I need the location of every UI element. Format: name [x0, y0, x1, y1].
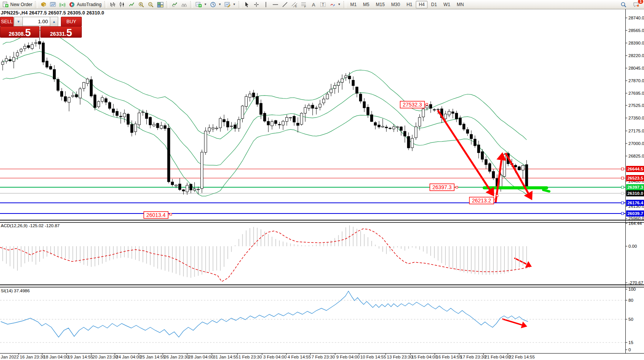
vertical-line-tool-button[interactable] — [261, 1, 271, 8]
zoom-in-icon — [138, 2, 145, 8]
text-label-tool-button[interactable]: T — [318, 1, 328, 8]
new-order-button-label: New Order — [10, 2, 32, 7]
price-tick-label: 25960.0 — [628, 216, 644, 221]
fibonacci-retracement-button[interactable]: F — [299, 1, 309, 8]
templates-button[interactable]: ▼ — [223, 1, 237, 8]
svg-text:26013.4: 26013.4 — [146, 212, 166, 218]
time-axis-label[interactable]: 15 Feb 04:00 — [412, 355, 437, 359]
time-axis-label[interactable]: 20 Jan 23:30 — [92, 355, 118, 359]
time-axis-label[interactable]: 13 Feb 23:30 — [387, 355, 413, 359]
sell-button[interactable]: SELL — [0, 17, 14, 27]
time-axis-label[interactable]: 16 Jan 23:30 — [20, 355, 45, 359]
rsi-trend-arrow[interactable] — [502, 319, 527, 328]
macd-indicator-label: ACD(12,26,9) -125.02 -120.87 — [1, 223, 60, 228]
volume-decrease-button[interactable]: ▼ — [14, 17, 23, 27]
time-axis-label[interactable]: 19 Jan 14:55 — [68, 355, 93, 359]
price-tick-label: 27695.0 — [628, 91, 644, 96]
indicators-button[interactable] — [170, 1, 180, 8]
zoom-out-button[interactable] — [146, 1, 156, 8]
periods-button[interactable]: ▼ — [208, 1, 223, 8]
sell-price[interactable]: 26308.5 — [0, 26, 40, 38]
equidistant-channel-tool-button[interactable]: E — [290, 1, 299, 8]
timeframe-m30-button[interactable]: M30 — [388, 1, 403, 8]
bar-chart-type-button[interactable] — [108, 1, 118, 8]
time-axis-label[interactable]: 16 Feb 14:55 — [436, 355, 462, 359]
signals-button[interactable] — [58, 1, 67, 8]
time-axis-label[interactable]: 10 Feb 14:55 — [360, 355, 386, 359]
arrows-tool-button[interactable]: ▼ — [328, 1, 342, 8]
svg-text:26213.2: 26213.2 — [472, 198, 491, 204]
time-axis-label[interactable]: 9 Feb 04:00 — [336, 355, 359, 359]
volume-input[interactable] — [22, 17, 50, 26]
macd-axis-label: 0.00 — [628, 244, 637, 248]
channel-icon: E — [291, 2, 298, 8]
timeframe-group: M1M5M15M30H1H4D1W1MN — [347, 1, 467, 8]
time-axis-label[interactable]: 4 Feb 14:55 — [288, 355, 311, 359]
time-axis-label[interactable]: 21 Feb 04:00 — [485, 355, 510, 359]
buy-price[interactable]: 26331.5 — [40, 26, 82, 38]
charts-window-button[interactable] — [48, 1, 58, 8]
timeframe-m1-button[interactable]: M1 — [347, 1, 360, 8]
timeframe-m5-button[interactable]: M5 — [360, 1, 372, 8]
cursor-tool-button[interactable] — [242, 1, 252, 8]
time-axis-label[interactable]: 7 Feb 23:30 — [312, 355, 335, 359]
svg-text:26523.5: 26523.5 — [627, 176, 643, 180]
volume-increase-button[interactable]: ▲ — [50, 17, 58, 27]
time-axis-label[interactable]: 22 Feb 14:55 — [509, 355, 535, 359]
timeframe-m15-button[interactable]: M15 — [373, 1, 388, 8]
trendline-tool-button[interactable] — [280, 1, 290, 8]
search-icon[interactable] — [619, 1, 628, 8]
line-chart-type-button[interactable] — [127, 1, 137, 8]
chevron-down-icon: ▼ — [233, 3, 236, 6]
timeframe-w1-button[interactable]: W1 — [440, 1, 453, 8]
buy-button[interactable]: BUY — [61, 17, 82, 27]
svg-text:26397.3: 26397.3 — [627, 185, 643, 190]
time-axis-label[interactable]: 18 Jan 04:00 — [43, 355, 69, 359]
new-order-button[interactable]: New Order — [1, 1, 34, 8]
one-click-price-row: 26308.5 26331.5 — [0, 26, 81, 37]
time-axis-label[interactable]: 31 Jan 14:55 — [213, 355, 239, 359]
new-chart-button[interactable]: ▼ — [194, 1, 208, 8]
timeframe-mn-button[interactable]: MN — [454, 1, 467, 8]
price-tick-label: 27870.0 — [628, 78, 644, 83]
tile-windows-button[interactable] — [156, 1, 165, 8]
indicators-icon — [172, 2, 178, 8]
price-annotation-26013.4[interactable]: 26013.4 — [144, 212, 172, 218]
time-axis-label[interactable]: 24 Jan 04:00 — [116, 355, 142, 359]
price-tick-label: 28045.0 — [628, 66, 644, 70]
autotrading-button[interactable]: AutoTrading — [67, 1, 103, 8]
text-tool-button[interactable]: A — [309, 1, 318, 8]
timeframe-d1-button[interactable]: D1 — [428, 1, 440, 8]
price-tick-label: 28565.0 — [628, 28, 644, 33]
price-annotation-26397.3[interactable]: 26397.3 — [430, 184, 458, 191]
profile-button[interactable] — [39, 1, 48, 8]
time-axis-label[interactable]: 25 Jan 14:55 — [140, 355, 165, 359]
time-axis-label[interactable]: 3 Feb 04:00 — [263, 355, 286, 359]
symbol-ohlc-line: JPN225-,H4 26477.5 26507.5 26305.0 26310… — [1, 10, 104, 16]
cycles-button[interactable] — [180, 1, 189, 8]
time-axis-label[interactable]: Jan 2022 — [1, 355, 19, 359]
zoom-in-button[interactable] — [137, 1, 146, 8]
trend-arrow-1[interactable] — [438, 110, 494, 196]
timeframe-h4-button[interactable]: H4 — [416, 1, 428, 8]
autotrading-icon — [69, 2, 75, 8]
zoom-out-icon — [148, 2, 154, 8]
toolbar-separator — [239, 1, 241, 8]
price-annotation-27532.3[interactable]: 27532.3 — [400, 101, 428, 108]
price-tick-label: 28220.0 — [628, 53, 644, 58]
horizontal-line-tool-button[interactable] — [271, 1, 280, 8]
time-axis-label[interactable]: 17 Feb 23:30 — [460, 355, 486, 359]
one-click-trading-panel: SELL ▼ ▲ BUY 26308.5 26331.5 — [0, 17, 81, 37]
timeframe-h1-button[interactable]: H1 — [404, 1, 415, 8]
signal-icon — [59, 2, 66, 8]
candlestick-chart-type-button[interactable] — [118, 1, 127, 8]
hline-icon — [272, 2, 279, 8]
svg-text:26310.0: 26310.0 — [627, 191, 643, 196]
time-axis-label[interactable]: 26 Jan 23:30 — [164, 355, 189, 359]
macd-axis-label: 164.44 — [628, 221, 642, 226]
toolbar: New OrderAutoTrading▼▼▼EFAT▼M1M5M15M30H1… — [0, 0, 644, 9]
crosshair-tool-button[interactable] — [252, 1, 261, 8]
time-axis-label[interactable]: 1 Feb 23:30 — [239, 355, 262, 359]
chart-bars-icon — [110, 2, 116, 8]
time-axis-label[interactable]: 28 Jan 04:00 — [188, 355, 214, 359]
